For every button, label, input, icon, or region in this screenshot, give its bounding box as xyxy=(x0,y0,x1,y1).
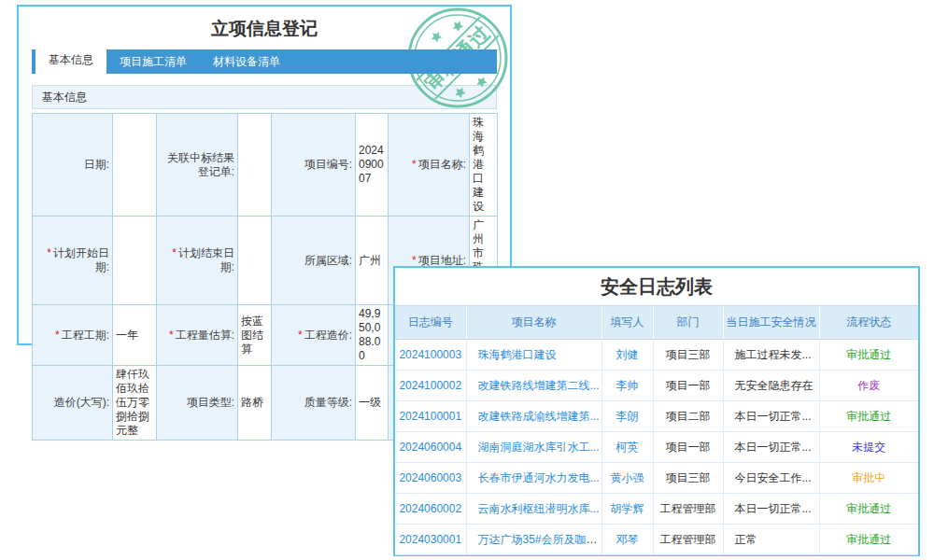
field-value: 49,950,088.00 xyxy=(356,305,389,366)
required-asterisk: * xyxy=(47,246,51,259)
log-id-link[interactable]: 2024060003 xyxy=(399,471,461,484)
log-id-cell: 2024060003 xyxy=(395,463,466,494)
workflow-status-cell: 审批中 xyxy=(819,463,918,494)
field-value: 一年 xyxy=(113,305,157,366)
field-label: *计划结束日期: xyxy=(157,217,238,305)
log-column-header: 当日施工安全情况 xyxy=(723,306,819,340)
log-id-link[interactable]: 2024100002 xyxy=(399,379,461,392)
project-name-link[interactable]: 改建铁路线增建第二线... xyxy=(478,379,600,392)
field-label: 造价(大写): xyxy=(33,366,113,441)
writer-cell: 李帅 xyxy=(601,371,653,401)
project-name-link[interactable]: 万达广场35#会所及咖啡... xyxy=(478,533,602,546)
department-cell: 项目三部 xyxy=(653,340,723,371)
project-name-cell: 云南水利枢纽潜明水库... xyxy=(466,494,601,525)
field-label: 关联中标结果登记单: xyxy=(157,114,238,217)
log-row: 2024100001改建铁路成渝线增建第...李朗项目二部本日一切正常...审批… xyxy=(395,401,918,432)
log-id-cell: 2024060004 xyxy=(395,432,466,463)
tab-basic-info[interactable]: 基本信息 xyxy=(35,47,106,74)
log-id-cell: 2024100002 xyxy=(395,371,466,401)
field-label: *项目名称: xyxy=(389,114,470,217)
field-label: 日期: xyxy=(33,114,113,217)
field-label: *工程量估算: xyxy=(157,305,238,366)
status-badge: 审批中 xyxy=(852,471,885,484)
field-label: 质量等级: xyxy=(272,366,356,441)
log-row: 2024100003珠海鹤港口建设刘健项目三部施工过程未发...审批通过 xyxy=(395,340,918,371)
field-value: 肆仟玖佰玖拾伍万零捌拾捌元整 xyxy=(113,366,157,441)
safety-status-cell: 正常 xyxy=(723,525,819,555)
log-id-link[interactable]: 2024060004 xyxy=(399,441,461,454)
page-title: 立项信息登记 xyxy=(19,16,510,42)
log-column-header: 日志编号 xyxy=(395,306,466,340)
project-name-cell: 长春市伊通河水力发电... xyxy=(466,463,601,494)
safety-status-cell: 无安全隐患存在 xyxy=(723,371,819,401)
field-label: 项目编号: xyxy=(272,114,356,217)
field-label: *计划开始日期: xyxy=(33,217,113,305)
writer-cell: 胡学辉 xyxy=(601,494,653,525)
workflow-status-cell: 未提交 xyxy=(819,432,918,463)
log-row: 2024060002云南水利枢纽潜明水库...胡学辉工程管理部本日一切正常...… xyxy=(395,494,918,525)
log-id-link[interactable]: 2024100003 xyxy=(399,348,461,361)
field-value xyxy=(113,217,157,305)
field-value: 按蓝图结算 xyxy=(238,305,272,366)
project-name-cell: 改建铁路线增建第二线... xyxy=(466,371,601,401)
safety-status-cell: 本日一切正常... xyxy=(723,432,819,463)
field-value xyxy=(113,114,157,217)
required-asterisk: * xyxy=(298,329,303,342)
department-cell: 项目二部 xyxy=(653,401,723,432)
writer-link[interactable]: 李帅 xyxy=(616,379,639,392)
department-cell: 工程管理部 xyxy=(653,494,723,525)
workflow-status-cell: 审批通过 xyxy=(819,340,918,371)
department-cell: 项目三部 xyxy=(653,463,723,494)
field-value: 2024090007 xyxy=(356,114,389,217)
department-cell: 项目一部 xyxy=(653,432,723,463)
form-row: 日期:关联中标结果登记单:项目编号:2024090007*项目名称:珠海鹤港口建… xyxy=(33,114,498,217)
log-id-link[interactable]: 2024030001 xyxy=(399,533,461,546)
writer-cell: 黄小强 xyxy=(601,463,653,494)
project-name-link[interactable]: 珠海鹤港口建设 xyxy=(478,348,557,361)
log-row: 2024060003长春市伊通河水力发电...黄小强项目三部今日安全工作...审… xyxy=(395,463,918,494)
project-name-link[interactable]: 湖南洞庭湖水库引水工... xyxy=(478,441,600,454)
required-asterisk: * xyxy=(412,254,417,267)
log-row: 2024030001万达广场35#会所及咖啡...邓琴工程管理部正常审批通过 xyxy=(395,525,918,555)
tab-construction-list[interactable]: 项目施工清单 xyxy=(106,49,200,74)
log-id-link[interactable]: 2024100001 xyxy=(399,410,461,423)
log-column-header: 部门 xyxy=(653,306,723,340)
log-column-header: 项目名称 xyxy=(466,306,601,340)
log-id-cell: 2024060002 xyxy=(395,494,466,525)
writer-link[interactable]: 柯英 xyxy=(616,441,639,454)
safety-log-panel: 安全日志列表 日志编号项目名称填写人部门当日施工安全情况流程状态 2024100… xyxy=(393,266,920,556)
writer-link[interactable]: 胡学辉 xyxy=(611,502,644,515)
writer-cell: 柯英 xyxy=(601,432,653,463)
field-value xyxy=(238,217,272,305)
writer-link[interactable]: 邓琴 xyxy=(616,533,639,546)
field-value: 广州 xyxy=(356,217,389,305)
log-row: 2024100002改建铁路线增建第二线...李帅项目一部无安全隐患存在作废 xyxy=(395,371,918,401)
field-value: 一级 xyxy=(356,366,389,441)
required-asterisk: * xyxy=(172,246,177,259)
status-badge: 审批通过 xyxy=(846,410,891,423)
log-column-header: 填写人 xyxy=(601,306,653,340)
log-id-cell: 2024030001 xyxy=(395,525,466,555)
status-badge: 未提交 xyxy=(852,441,885,454)
section-header-basic-info: 基本信息 xyxy=(32,85,497,109)
field-value: 珠海鹤港口建设 xyxy=(470,114,498,217)
project-name-link[interactable]: 云南水利枢纽潜明水库... xyxy=(478,502,600,515)
writer-cell: 李朗 xyxy=(601,401,653,432)
project-name-link[interactable]: 长春市伊通河水力发电... xyxy=(478,471,600,484)
workflow-status-cell: 作废 xyxy=(819,371,918,401)
log-id-link[interactable]: 2024060002 xyxy=(399,502,461,515)
log-header-row: 日志编号项目名称填写人部门当日施工安全情况流程状态 xyxy=(395,306,918,340)
log-column-header: 流程状态 xyxy=(819,306,918,340)
tab-material-equipment-list[interactable]: 材料设备清单 xyxy=(200,49,293,74)
tab-bar: 基本信息 项目施工清单 材料设备清单 xyxy=(32,49,497,74)
log-id-cell: 2024100001 xyxy=(395,401,466,432)
project-name-cell: 万达广场35#会所及咖啡... xyxy=(466,525,601,555)
writer-link[interactable]: 李朗 xyxy=(616,410,639,423)
field-label: 项目类型: xyxy=(157,366,238,441)
project-name-cell: 湖南洞庭湖水库引水工... xyxy=(466,432,601,463)
project-name-link[interactable]: 改建铁路成渝线增建第... xyxy=(478,410,600,423)
safety-status-cell: 本日一切正常... xyxy=(723,401,819,432)
writer-link[interactable]: 黄小强 xyxy=(611,471,644,484)
writer-link[interactable]: 刘健 xyxy=(616,348,639,361)
required-asterisk: * xyxy=(169,329,174,342)
